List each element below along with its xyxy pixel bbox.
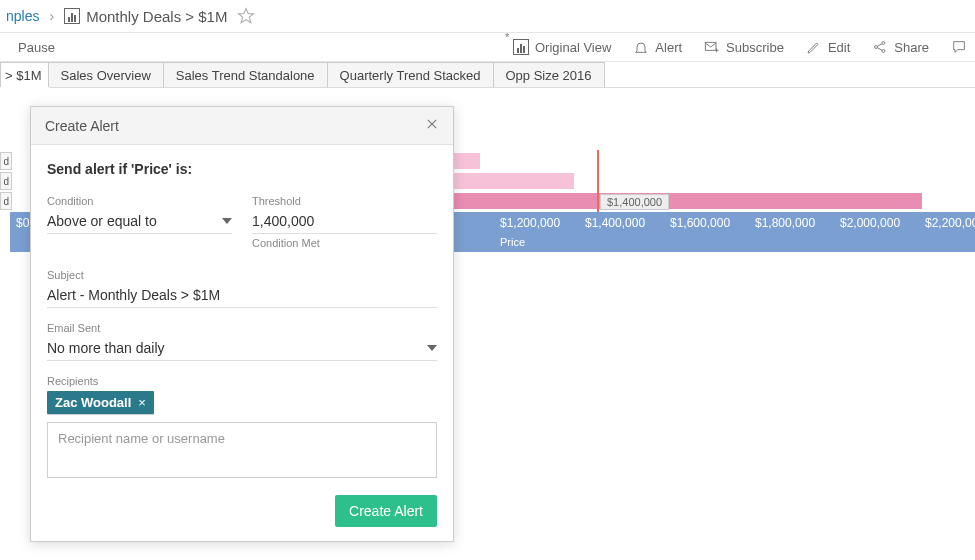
modal-title: Create Alert: [45, 118, 119, 134]
threshold-value: 1,400,000: [252, 213, 314, 229]
edit-label: Edit: [828, 40, 850, 55]
subject-label: Subject: [47, 269, 437, 281]
chart-bar: [454, 173, 574, 189]
original-view-label: Original View: [535, 40, 611, 55]
threshold-field[interactable]: Threshold 1,400,000 Condition Met: [252, 195, 437, 249]
axis-title: Price: [500, 236, 525, 248]
share-label: Share: [894, 40, 929, 55]
recipient-chip-label: Zac Woodall: [55, 395, 131, 410]
bar-chart-icon: [513, 39, 529, 55]
svg-point-2: [875, 46, 878, 49]
create-alert-modal: Create Alert Send alert if 'Price' is: C…: [30, 106, 454, 542]
tab-sales-overview[interactable]: Sales Overview: [48, 62, 164, 87]
subscribe-label: Subscribe: [726, 40, 784, 55]
row-label: d: [0, 152, 12, 170]
email-label: Email Sent: [47, 322, 437, 334]
bar-chart-icon: [64, 8, 80, 24]
pause-button[interactable]: Pause: [18, 40, 55, 55]
share-button[interactable]: Share: [872, 39, 929, 55]
threshold-label: Threshold: [252, 195, 437, 207]
alert-label: Alert: [655, 40, 682, 55]
toolbar: Pause * Original View Alert Subscribe Ed…: [0, 32, 975, 62]
subject-field[interactable]: Subject Alert - Monthly Deals > $1M: [47, 269, 437, 308]
bell-icon: [633, 39, 649, 55]
close-button[interactable]: [425, 117, 439, 134]
pencil-icon: [806, 39, 822, 55]
row-label: d: [0, 172, 12, 190]
axis-tick: $1,800,000: [755, 216, 815, 230]
condition-value: Above or equal to: [47, 213, 157, 229]
original-view-button[interactable]: * Original View: [513, 39, 611, 56]
chart-bar: [454, 153, 480, 169]
close-icon: [425, 117, 439, 131]
email-frequency-field[interactable]: Email Sent No more than daily: [47, 322, 437, 361]
svg-marker-0: [239, 9, 254, 23]
alert-heading: Send alert if 'Price' is:: [47, 161, 437, 177]
page-title: Monthly Deals > $1M: [86, 8, 227, 25]
axis-tick: $2,000,000: [840, 216, 900, 230]
axis-tick: $1,400,000: [585, 216, 645, 230]
axis-tick: $0: [16, 216, 29, 230]
recipient-chip[interactable]: Zac Woodall ×: [47, 391, 154, 414]
tab-opp-size-2016[interactable]: Opp Size 2016: [493, 62, 605, 87]
subscribe-button[interactable]: Subscribe: [704, 39, 784, 55]
recipient-input[interactable]: Recipient name or username: [47, 422, 437, 478]
axis-tick: $1,600,000: [670, 216, 730, 230]
mail-plus-icon: [704, 39, 720, 55]
tab-sales-trend-standalone[interactable]: Sales Trend Standalone: [163, 62, 328, 87]
tabs: > $1M Sales Overview Sales Trend Standal…: [0, 62, 975, 88]
chevron-down-icon: [427, 345, 437, 351]
tab-active[interactable]: > $1M: [0, 62, 49, 87]
create-alert-button[interactable]: Create Alert: [335, 495, 437, 527]
condition-label: Condition: [47, 195, 232, 207]
modal-header: Create Alert: [31, 107, 453, 145]
svg-rect-1: [705, 42, 716, 50]
axis-tick: $1,200,000: [500, 216, 560, 230]
axis-tick: $2,200,000: [925, 216, 975, 230]
svg-point-4: [882, 50, 885, 53]
comment-icon: [951, 39, 967, 55]
reference-line: [597, 150, 599, 212]
alert-button[interactable]: Alert: [633, 39, 682, 55]
recipients-field: Recipients Zac Woodall × Recipient name …: [47, 375, 437, 478]
chevron-right-icon: ›: [45, 8, 58, 24]
edit-button[interactable]: Edit: [806, 39, 850, 55]
breadcrumb: nples › Monthly Deals > $1M: [0, 0, 975, 32]
reference-label: $1,400,000: [600, 194, 669, 210]
breadcrumb-parent[interactable]: nples: [0, 8, 45, 24]
recipients-label: Recipients: [47, 375, 437, 387]
email-value: No more than daily: [47, 340, 165, 356]
share-icon: [872, 39, 888, 55]
chevron-down-icon: [222, 218, 232, 224]
chart-bar: [454, 193, 922, 209]
threshold-status: Condition Met: [252, 237, 437, 249]
star-icon[interactable]: [237, 7, 255, 25]
tab-quarterly-trend-stacked[interactable]: Quarterly Trend Stacked: [327, 62, 494, 87]
condition-field[interactable]: Condition Above or equal to: [47, 195, 232, 249]
svg-point-3: [882, 42, 885, 45]
row-label: d: [0, 192, 12, 210]
comment-button[interactable]: [951, 39, 967, 55]
subject-value: Alert - Monthly Deals > $1M: [47, 287, 220, 303]
remove-recipient-icon[interactable]: ×: [138, 395, 146, 410]
pause-label: Pause: [18, 40, 55, 55]
